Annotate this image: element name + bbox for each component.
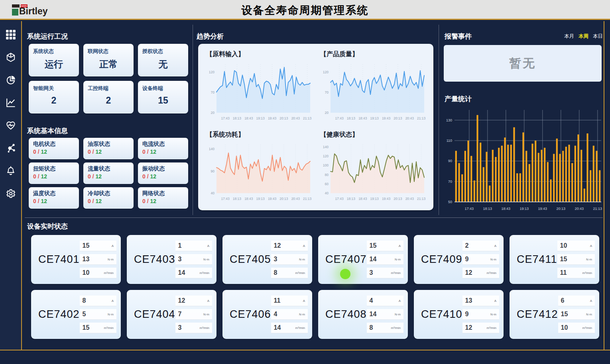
device-card[interactable]: CE7403 1 A 3 N·m 14 m³/min (127, 235, 216, 284)
unit-ampere: A (494, 244, 496, 248)
device-value-row: 8 m³/min (367, 323, 403, 333)
svg-text:110: 110 (447, 139, 452, 143)
alarm-period-tabs: 本月本周本日 (566, 33, 603, 40)
device-card[interactable]: CE7410 13 A 9 N·m 12 m³/min (414, 290, 504, 339)
info-card: 电机状态 0 / 12 (29, 138, 79, 159)
device-torque-value: 9 (465, 256, 469, 263)
device-card[interactable]: CE7401 15 A 13 N·m 10 m³/min (31, 235, 121, 284)
svg-text:19:43: 19:43 (382, 116, 391, 120)
device-card[interactable]: CE7405 12 A 3 N·m 8 m³/min (222, 235, 312, 284)
line-chart-icon[interactable] (5, 97, 16, 108)
device-flow-value: 14 (274, 324, 281, 331)
cube-icon[interactable] (5, 52, 16, 63)
unit-newton-meter: N·m (203, 313, 209, 316)
svg-text:120: 120 (323, 70, 329, 74)
device-value-row: 12 A (271, 241, 308, 251)
info-card: 冷却状态 0 / 12 (83, 187, 134, 209)
device-values: 6 A 15 N·m 10 m³/min (558, 296, 595, 333)
svg-text:19:13: 19:13 (256, 197, 265, 201)
device-torque-value: 13 (83, 256, 90, 263)
device-flow-value: 11 (560, 269, 567, 276)
svg-text:140: 140 (323, 145, 329, 149)
device-card[interactable]: CE7402 8 A 5 N·m 15 m³/min (31, 290, 121, 339)
device-card[interactable]: CE7409 2 A 9 N·m 12 m³/min (414, 235, 504, 284)
device-card[interactable]: CE7411 10 A 15 N·m 11 m³/min (510, 235, 599, 284)
trend-chart-cell: 【原料输入】 17:4318:1318:4319:1319:4320:1320:… (205, 49, 315, 127)
svg-text:140: 140 (209, 147, 214, 151)
device-id: CE7401 (31, 253, 80, 266)
svg-text:20:43: 20:43 (405, 116, 414, 120)
device-value-row: 6 A (558, 296, 595, 306)
status-card-value: 2 (88, 95, 129, 106)
device-card[interactable]: CE7408 4 A 14 N·m 8 m³/min (318, 290, 408, 339)
info-card: 流量状态 0 / 12 (83, 162, 134, 184)
molecule-icon[interactable] (5, 143, 16, 154)
device-value-row: 12 m³/min (462, 323, 499, 333)
svg-text:20:43: 20:43 (405, 197, 414, 201)
alarm-tab[interactable]: 本月 (564, 33, 574, 40)
unit-ampere: A (399, 299, 401, 303)
device-card[interactable]: CE7404 12 A 7 N·m 3 m³/min (127, 290, 216, 339)
device-values: 13 A 9 N·m 12 m³/min (462, 296, 499, 333)
system-status-grid: 系统状态 运行 联网状态 正常 授权状态 无 智能网关 2 工控终端 2 设备终… (29, 44, 188, 114)
svg-text:19:43: 19:43 (538, 207, 547, 211)
device-flow-value: 10 (561, 324, 568, 331)
unit-cubic-meter-per-min: m³/min (200, 326, 209, 330)
info-count-current: 0 (88, 149, 91, 155)
device-value-row: 3 N·m (271, 254, 308, 265)
unit-ampere: A (207, 299, 209, 303)
trend-chart-canvas: 17:4318:1318:4319:1319:4320:1320:4321:13… (205, 59, 315, 124)
device-current-value: 15 (83, 242, 90, 249)
device-flow-value: 3 (178, 324, 182, 331)
app-header: Birtley 设备全寿命周期管理系统 (0, 0, 610, 20)
info-count-total: 12 (150, 149, 156, 155)
svg-text:20: 20 (211, 111, 215, 115)
device-value-row: 11 m³/min (557, 268, 595, 278)
info-card-count: 0 / 12 (142, 173, 184, 180)
device-torque-value: 9 (465, 311, 469, 318)
alarm-tab[interactable]: 本周 (579, 33, 588, 40)
status-card: 授权状态 无 (138, 44, 188, 76)
health-pulse-icon[interactable] (5, 120, 16, 131)
device-current-value: 1 (178, 242, 182, 249)
device-values: 8 A 5 N·m 15 m³/min (80, 296, 116, 333)
device-card[interactable]: CE7412 6 A 15 N·m 10 m³/min (510, 290, 599, 339)
apps-grid-icon[interactable] (5, 29, 16, 40)
svg-text:18:13: 18:13 (347, 197, 356, 201)
section-title-trend: 趋势分析 (197, 32, 224, 41)
svg-text:20: 20 (325, 111, 329, 115)
device-value-row: 4 N·m (271, 309, 308, 320)
info-card-count: 0 / 12 (33, 173, 75, 180)
device-value-row: 14 N·m (367, 254, 403, 265)
device-current-value: 8 (83, 297, 86, 304)
device-values: 12 A 7 N·m 3 m³/min (175, 296, 212, 333)
trend-chart-cell: 【产品质量】 17:4318:1318:4319:1319:4320:1320:… (319, 49, 429, 127)
footer-strip (0, 350, 610, 364)
device-card[interactable]: CE7406 11 A 4 N·m 14 m³/min (222, 290, 312, 339)
bell-icon[interactable] (5, 165, 16, 176)
unit-cubic-meter-per-min: m³/min (487, 271, 496, 275)
pie-chart-icon[interactable] (5, 74, 16, 86)
device-card[interactable]: CE7407 15 A 14 N·m 3 m³/min (318, 235, 408, 284)
page-title: 设备全寿命周期管理系统 (0, 3, 610, 18)
svg-text:120: 120 (323, 154, 329, 158)
svg-text:18:13: 18:13 (233, 197, 242, 201)
svg-text:21:13: 21:13 (417, 116, 426, 120)
info-count-separator: / (92, 149, 94, 155)
device-value-row: 1 A (175, 241, 212, 251)
svg-text:40: 40 (325, 191, 329, 195)
status-card-value: 正常 (88, 58, 129, 70)
status-card-label: 工控终端 (88, 85, 129, 92)
info-count-current: 0 (88, 198, 91, 204)
settings-gear-icon[interactable] (5, 188, 16, 199)
nav-sidebar (0, 21, 22, 350)
unit-cubic-meter-per-min: m³/min (295, 326, 305, 330)
section-title-production: 产量统计 (445, 94, 472, 104)
unit-ampere: A (590, 244, 592, 248)
info-count-total: 12 (95, 149, 102, 155)
alarm-tab[interactable]: 本日 (593, 33, 603, 40)
device-id: CE7412 (510, 308, 558, 321)
svg-text:19:13: 19:13 (370, 116, 379, 120)
svg-text:17:43: 17:43 (335, 197, 344, 201)
unit-cubic-meter-per-min: m³/min (104, 326, 114, 330)
